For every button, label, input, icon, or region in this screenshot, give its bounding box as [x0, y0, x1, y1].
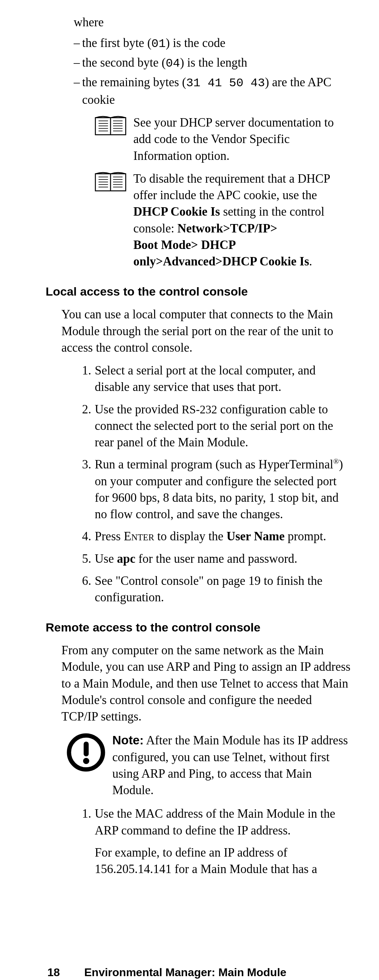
local-steps: Select a serial port at the local comput…: [81, 362, 351, 606]
text: ) is the length: [180, 56, 248, 69]
bold-text: Boot Mode> DHCP only>Advanced>DHCP Cooki…: [133, 238, 309, 268]
text: Use the provided: [95, 402, 182, 416]
text: to display the: [154, 530, 226, 543]
enter-key: Enter: [124, 530, 154, 543]
step-1: Select a serial port at the local comput…: [81, 362, 351, 396]
svg-point-26: [83, 758, 90, 764]
text: prompt.: [285, 530, 326, 543]
registered-icon: ®: [333, 458, 339, 466]
step-3: Run a terminal program (such as HyperTer…: [81, 456, 351, 522]
code: 01: [151, 37, 166, 51]
bold-text: apc: [117, 552, 136, 566]
info-text: To disable the requirement that a DHCP o…: [133, 170, 351, 270]
remote-intro: From any computer on the same network as…: [61, 642, 351, 725]
byte-item-3: the remaining bytes (31 41 50 43) are th…: [74, 74, 351, 108]
code: 31 41 50 43: [186, 76, 265, 90]
text: Run a terminal program (such as HyperTer…: [95, 458, 333, 471]
note-label: Note:: [112, 733, 144, 747]
local-intro: You can use a local computer that connec…: [61, 306, 351, 356]
text: .: [309, 255, 312, 268]
page-footer: 18 Environmental Manager: Main Module: [74, 965, 351, 980]
section-title-remote: Remote access to the control console: [46, 620, 351, 636]
where-label: where: [74, 14, 351, 30]
info-text: See your DHCP server documentation to ad…: [133, 114, 351, 164]
svg-rect-25: [83, 742, 88, 757]
section-title-local: Local access to the control console: [46, 284, 351, 300]
text: Press: [95, 530, 124, 543]
step-5: Use apc for the user name and password.: [81, 550, 351, 567]
page-number: 18: [47, 965, 84, 980]
text: To disable the requirement that a DHCP o…: [133, 172, 330, 202]
note-text: Note: After the Main Module has its IP a…: [112, 732, 351, 799]
text: the second byte (: [82, 56, 166, 69]
footer-title: Environmental Manager: Main Module: [84, 965, 286, 980]
byte-list: the first byte (01) is the code the seco…: [74, 35, 351, 108]
text: ) is the code: [166, 36, 225, 50]
bold-text: DHCP Cookie Is: [133, 205, 220, 218]
info-block-1: See your DHCP server documentation to ad…: [95, 114, 351, 164]
code: 04: [166, 57, 180, 70]
note-block: Note: After the Main Module has its IP a…: [67, 732, 351, 799]
book-icon: [95, 172, 126, 193]
step-6: See "Control console" on page 19 to fini…: [81, 573, 351, 606]
alert-icon: [67, 733, 105, 772]
page-content: where the first byte (01) is the code th…: [0, 0, 379, 980]
text: Use the MAC address of the Main Module i…: [95, 807, 335, 837]
sub-paragraph: For example, to define an IP address of …: [95, 844, 351, 878]
step-1: Use the MAC address of the Main Module i…: [81, 805, 351, 877]
text: Use: [95, 552, 117, 566]
info-block-2: To disable the requirement that a DHCP o…: [95, 170, 351, 270]
byte-item-1: the first byte (01) is the code: [74, 35, 351, 52]
bold-text: Network>TCP/IP>: [177, 221, 277, 235]
text: RS-232: [182, 403, 217, 416]
bold-text: User Name: [226, 530, 285, 543]
text: the remaining bytes (: [82, 75, 186, 89]
step-2: Use the provided RS-232 configuration ca…: [81, 401, 351, 451]
text: After the Main Module has its IP address…: [112, 733, 348, 797]
text: the first byte (: [82, 36, 151, 50]
remote-steps: Use the MAC address of the Main Module i…: [81, 805, 351, 877]
byte-item-2: the second byte (04) is the length: [74, 54, 351, 72]
step-4: Press Enter to display the User Name pro…: [81, 528, 351, 544]
text: for the user name and password.: [136, 552, 297, 566]
book-icon: [95, 116, 126, 137]
